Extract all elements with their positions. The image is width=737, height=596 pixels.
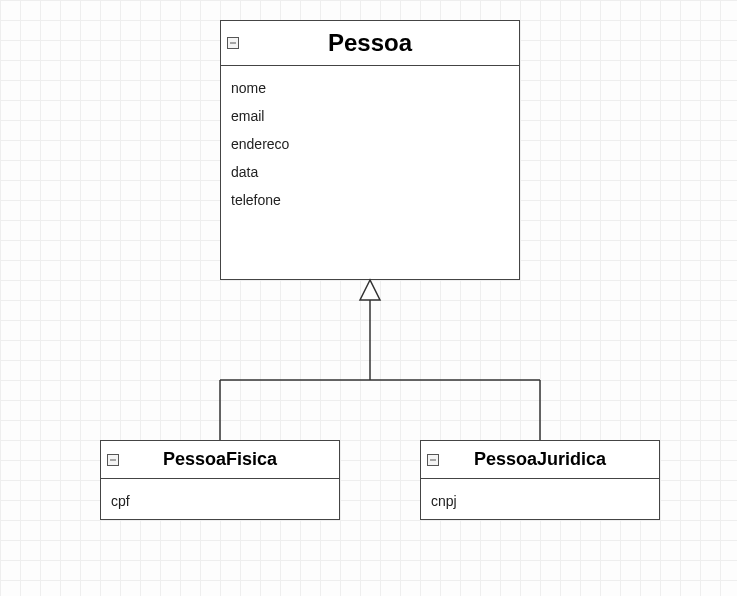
generalization-arrowhead [360, 280, 380, 300]
class-header: PessoaJuridica [421, 441, 659, 479]
attribute: cnpj [431, 487, 649, 515]
class-name: PessoaFisica [163, 449, 277, 469]
class-name: PessoaJuridica [474, 449, 606, 469]
class-header: Pessoa [221, 21, 519, 66]
svg-marker-0 [360, 280, 380, 300]
attribute: telefone [231, 186, 509, 214]
attribute: email [231, 102, 509, 130]
class-box-pessoa[interactable]: Pessoa nome email endereco data telefone [220, 20, 520, 280]
class-box-pessoa-fisica[interactable]: PessoaFisica cpf [100, 440, 340, 520]
attribute: cpf [111, 487, 329, 515]
class-name: Pessoa [328, 29, 412, 56]
class-box-pessoa-juridica[interactable]: PessoaJuridica cnpj [420, 440, 660, 520]
attribute: data [231, 158, 509, 186]
attribute: nome [231, 74, 509, 102]
collapse-icon[interactable] [227, 37, 239, 49]
attribute-section: cpf [101, 479, 339, 523]
collapse-icon[interactable] [427, 454, 439, 466]
attribute: endereco [231, 130, 509, 158]
class-header: PessoaFisica [101, 441, 339, 479]
attribute-section: cnpj [421, 479, 659, 523]
collapse-icon[interactable] [107, 454, 119, 466]
attribute-section: nome email endereco data telefone [221, 66, 519, 222]
diagram-canvas: Pessoa nome email endereco data telefone… [0, 0, 737, 596]
